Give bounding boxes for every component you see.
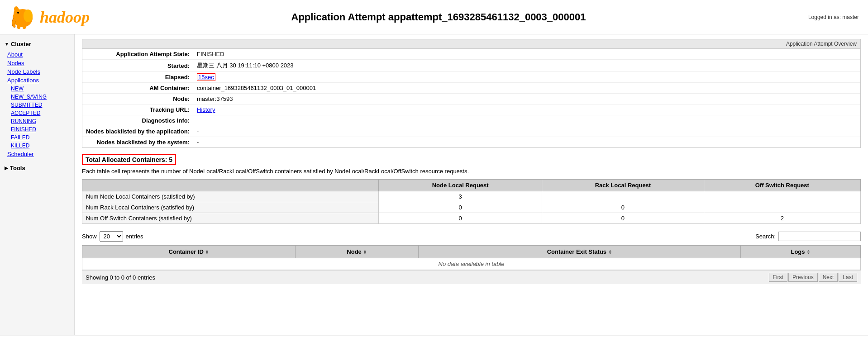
table-controls: Show 20 10 25 50 100 entries Search: (82, 231, 861, 242)
blacklist-sys-value: - (193, 137, 860, 148)
sidebar-item-submitted[interactable]: SUBMITTED (0, 101, 74, 109)
alloc-col-empty (82, 180, 379, 191)
elapsed-value: 15sec (193, 72, 860, 83)
amcontainer-value: container_1693285461132_0003_01_000001 (193, 83, 860, 94)
cluster-header[interactable]: ▼ Cluster (0, 38, 74, 50)
sidebar-item-nodes[interactable]: Nodes (0, 59, 74, 67)
svg-rect-5 (17, 24, 20, 29)
started-value: 星期三 八月 30 19:11:10 +0800 2023 (193, 60, 860, 72)
blacklist-app-value: - (193, 126, 860, 137)
data-table-header-row: Container ID ⇕ Node ⇕ Container Exit Sta… (82, 246, 861, 258)
sidebar-item-applications[interactable]: Applications (0, 76, 74, 85)
page-title: Application Attempt appattempt_169328546… (91, 11, 787, 23)
sidebar-item-about[interactable]: About (0, 50, 74, 59)
svg-point-3 (24, 9, 33, 22)
state-label: Application Attempt State: (82, 49, 193, 60)
tools-header[interactable]: ▶ Tools (0, 162, 74, 174)
col-node[interactable]: Node ⇕ (295, 246, 418, 258)
data-table: Container ID ⇕ Node ⇕ Container Exit Sta… (82, 245, 861, 270)
started-label: Started: (82, 60, 193, 72)
elapsed-link[interactable]: 15sec (197, 73, 215, 81)
overview-row-amcontainer: AM Container: container_1693285461132_00… (82, 83, 860, 94)
pagination-buttons: First Previous Next Last (769, 273, 857, 282)
main-content: Application Attempt Overview Application… (75, 34, 868, 335)
last-button[interactable]: Last (839, 273, 857, 282)
alloc-row-node-label: Num Node Local Containers (satisfied by) (82, 191, 379, 202)
sidebar-item-running[interactable]: RUNNING (0, 117, 74, 125)
first-button[interactable]: First (769, 273, 787, 282)
show-entries: Show 20 10 25 50 100 entries (82, 231, 143, 242)
sort-arrows-logs: ⇕ (806, 250, 810, 255)
alloc-row-node-node: 3 (379, 191, 542, 202)
alloc-row-off-off: 2 (704, 213, 860, 224)
sidebar-item-failed[interactable]: FAILED (0, 133, 74, 142)
blacklist-sys-label: Nodes blacklisted by the system: (82, 137, 193, 148)
col-container-id[interactable]: Container ID ⇕ (82, 246, 296, 258)
search-area: Search: (755, 232, 861, 241)
tools-section: ▶ Tools (0, 162, 74, 174)
alloc-row-rack-node: 0 (379, 202, 542, 213)
overview-row-tracking: Tracking URL: History (82, 104, 860, 115)
overview-panel: Application Attempt Overview Application… (82, 39, 861, 148)
sidebar-item-finished[interactable]: FINISHED (0, 125, 74, 133)
overview-title: Application Attempt Overview (82, 39, 860, 49)
alloc-row-off-rack: 0 (542, 213, 704, 224)
login-info: Logged in as: master (787, 14, 859, 20)
next-button[interactable]: Next (819, 273, 838, 282)
diagnostics-label: Diagnostics Info: (82, 115, 193, 126)
showing-text: Showing 0 to 0 of 0 entries (86, 274, 155, 281)
cluster-label: Cluster (11, 41, 31, 47)
alloc-row-node-off (704, 191, 860, 202)
alloc-col-node-local: Node Local Request (379, 180, 542, 191)
footer: CSDN @月亮给我抄代码 (0, 335, 868, 337)
alloc-col-off-switch: Off Switch Request (704, 180, 860, 191)
entries-label: entries (126, 233, 143, 240)
entries-select[interactable]: 20 10 25 50 100 (100, 231, 123, 242)
header: hadoop Application Attempt appattempt_16… (0, 0, 868, 34)
col-logs-label: Logs (791, 248, 805, 255)
sort-arrows-container-id: ⇕ (205, 250, 209, 255)
col-node-label: Node (347, 248, 362, 255)
tools-arrow-icon: ▶ (5, 166, 8, 171)
overview-row-node: Node: master:37593 (82, 94, 860, 104)
tools-label: Tools (10, 165, 25, 171)
search-input[interactable] (778, 232, 861, 241)
overview-row-blacklist-app: Nodes blacklisted by the application: - (82, 126, 860, 137)
previous-button[interactable]: Previous (788, 273, 818, 282)
svg-point-4 (17, 12, 19, 14)
cluster-section: ▼ Cluster About Nodes Node Labels Applic… (0, 38, 74, 158)
alloc-row-off-node: 0 (379, 213, 542, 224)
pagination-bar: Showing 0 to 0 of 0 entries First Previo… (82, 270, 861, 284)
show-label: Show (82, 233, 97, 240)
overview-row-blacklist-sys: Nodes blacklisted by the system: - (82, 137, 860, 148)
overview-table: Application Attempt State: FINISHED Star… (82, 49, 860, 147)
cluster-arrow-icon: ▼ (5, 42, 9, 47)
allocation-table: Node Local Request Rack Local Request Of… (82, 179, 861, 224)
diagnostics-value (193, 115, 860, 126)
layout: ▼ Cluster About Nodes Node Labels Applic… (0, 34, 868, 335)
no-data-message: No data available in table (82, 258, 861, 270)
logo-text: hadoop (40, 8, 90, 27)
sidebar-item-accepted[interactable]: ACCEPTED (0, 109, 74, 117)
col-container-id-label: Container ID (169, 248, 204, 255)
sidebar-item-new[interactable]: NEW (0, 85, 74, 93)
alloc-row-rack-label: Num Rack Local Containers (satisfied by) (82, 202, 379, 213)
sidebar-item-node-labels[interactable]: Node Labels (0, 67, 74, 76)
col-exit-status[interactable]: Container Exit Status ⇕ (418, 246, 740, 258)
sidebar-item-new-saving[interactable]: NEW_SAVING (0, 93, 74, 101)
tracking-link[interactable]: History (197, 106, 215, 113)
alloc-row-rack-local: Num Rack Local Containers (satisfied by)… (82, 202, 861, 213)
search-label: Search: (755, 233, 776, 240)
sort-arrows-node: ⇕ (363, 250, 367, 255)
overview-row-started: Started: 星期三 八月 30 19:11:10 +0800 2023 (82, 60, 860, 72)
svg-rect-6 (23, 24, 26, 29)
sidebar-item-killed[interactable]: KILLED (0, 142, 74, 150)
elapsed-label: Elapsed: (82, 72, 193, 83)
node-value: master:37593 (193, 94, 860, 104)
alloc-row-node-local: Num Node Local Containers (satisfied by)… (82, 191, 861, 202)
tracking-value: History (193, 104, 860, 115)
total-containers: Total Allocated Containers: 5 (82, 154, 861, 168)
overview-row-elapsed: Elapsed: 15sec (82, 72, 860, 83)
col-logs[interactable]: Logs ⇕ (740, 246, 860, 258)
sidebar-item-scheduler[interactable]: Scheduler (0, 150, 74, 158)
